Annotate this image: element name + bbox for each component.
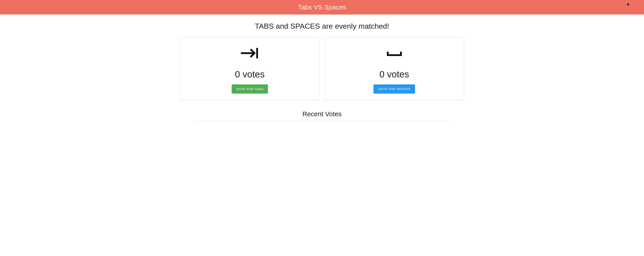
tabs-card: 0 votes VOTE FOR TABS xyxy=(180,37,320,100)
tabs-vote-count: 0 votes xyxy=(184,69,315,80)
status-headline: TABS and SPACES are evenly matched! xyxy=(180,22,464,30)
spaces-vote-count: 0 votes xyxy=(329,69,460,80)
cards-row: 0 votes VOTE FOR TABS 0 votes VOTE FOR S… xyxy=(180,37,464,100)
header-bar: Tabs VS Spaces xyxy=(0,0,644,14)
main-container: TABS and SPACES are evenly matched! 0 vo… xyxy=(177,22,467,100)
tab-icon xyxy=(184,43,315,63)
spaces-card: 0 votes VOTE FOR SPACES xyxy=(324,37,464,100)
recent-votes-title: Recent Votes xyxy=(196,110,448,118)
space-icon xyxy=(329,43,460,63)
vote-tabs-button[interactable]: VOTE FOR TABS xyxy=(232,84,268,93)
page-title: Tabs VS Spaces xyxy=(298,3,346,11)
recent-votes-section: Recent Votes xyxy=(193,110,451,121)
recent-votes-divider xyxy=(196,121,448,121)
vote-spaces-button[interactable]: VOTE FOR SPACES xyxy=(374,84,415,93)
